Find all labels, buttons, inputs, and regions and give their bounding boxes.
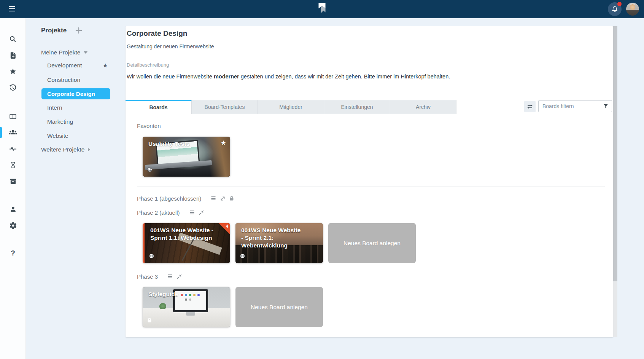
team-icon[interactable] <box>0 125 26 140</box>
profile-person-icon[interactable] <box>0 201 26 217</box>
icon-rail: ? <box>0 18 26 359</box>
projects-title: Projekte <box>41 27 67 34</box>
new-board-button[interactable]: Neues Board anlegen <box>235 287 323 327</box>
scrollbar-thumb[interactable] <box>613 26 617 281</box>
board-thumbnail-detail <box>159 303 166 309</box>
board-card-styleguide[interactable]: Styleguide <box>143 287 230 327</box>
hamburger-icon[interactable] <box>8 5 18 13</box>
bell-icon[interactable] <box>608 2 622 16</box>
section-header-phase-3: Phase 3 <box>137 271 182 282</box>
collapse-section-icon[interactable] <box>199 210 204 215</box>
board-favorite-star-icon[interactable]: ★ <box>221 139 226 147</box>
section-header-phase-2: Phase 2 (aktuell) <box>137 207 204 218</box>
sidebar-item-website[interactable]: Website <box>47 130 68 142</box>
sidebar-item-construction[interactable]: Construction <box>47 74 80 86</box>
history-icon[interactable] <box>0 80 26 96</box>
add-document-icon[interactable] <box>0 48 26 63</box>
hourglass-icon[interactable] <box>0 157 26 172</box>
board-thumbnail-detail <box>181 294 183 296</box>
badge-corner <box>219 223 230 235</box>
app-logo <box>317 3 327 16</box>
sidebar-item-development[interactable]: Development ★ <box>47 60 82 71</box>
tab-bar: Boards Board-Templates Mitglieder Einste… <box>126 100 456 114</box>
globe-icon <box>147 167 153 174</box>
section-menu-icon[interactable] <box>210 195 216 201</box>
project-panel: Corporate Design Gestaltung der neuen Fi… <box>126 26 613 337</box>
section-title-phase-2: Phase 2 (aktuell) <box>137 209 180 216</box>
globe-icon <box>240 253 245 260</box>
tab-board-templates[interactable]: Board-Templates <box>192 100 258 114</box>
sidebar-item-intern[interactable]: Intern <box>47 102 62 113</box>
tab-einstellungen[interactable]: Einstellungen <box>324 100 390 114</box>
project-description: Wir wollen die neue Firmenwebsite modern… <box>127 73 450 80</box>
sidebar-group-meine-projekte[interactable]: Meine Projekte <box>41 47 87 58</box>
page-title: Corporate Design <box>127 29 187 38</box>
activity-pulse-icon[interactable] <box>0 141 26 156</box>
board-card-sprint-2-1[interactable]: 001WS Neue Website - Sprint 2.1: Webentw… <box>235 223 323 263</box>
globe-icon <box>149 253 154 260</box>
projects-header: Projekte <box>41 27 83 34</box>
tab-mitglieder[interactable]: Mitglieder <box>258 100 324 114</box>
tab-archiv[interactable]: Archiv <box>390 100 456 114</box>
section-menu-icon[interactable] <box>167 273 173 279</box>
notification-dot <box>617 2 622 6</box>
chevron-right-icon <box>88 148 90 152</box>
scrollbar <box>613 26 617 337</box>
private-lock-icon <box>147 318 152 324</box>
sidebar-item-corporate-design[interactable]: Corporate Design <box>41 88 110 99</box>
filter-funnel-icon[interactable] <box>603 103 609 111</box>
page-subtitle: Gestaltung der neuen Firmenwebsite <box>127 43 214 49</box>
new-board-button[interactable]: Neues Board anlegen <box>328 223 416 263</box>
topbar-actions <box>608 2 639 16</box>
section-header-phase-1: Phase 1 (abgeschlossen) <box>137 193 234 204</box>
topbar <box>0 0 644 18</box>
divider <box>126 87 609 87</box>
tab-bar-underline <box>456 114 613 114</box>
boards-columns-icon[interactable] <box>0 109 26 124</box>
board-card-sprint-1-1[interactable]: 001WS Neue Website - Sprint 1.1: Webdesi… <box>143 223 230 263</box>
archive-icon[interactable] <box>0 174 26 189</box>
user-avatar[interactable] <box>626 3 639 16</box>
section-title-phase-1: Phase 1 (abgeschlossen) <box>137 195 201 202</box>
section-title-phase-3: Phase 3 <box>137 273 158 280</box>
sidebar-item-marketing[interactable]: Marketing <box>47 116 73 128</box>
sort-adjust-icon[interactable] <box>524 101 536 112</box>
search-icon[interactable] <box>0 32 26 47</box>
sidebar-group-weitere-projekte[interactable]: Weitere Projekte <box>41 144 90 155</box>
starred-icon: ★ <box>103 62 108 69</box>
help-icon[interactable]: ? <box>0 246 26 261</box>
lock-icon[interactable] <box>229 196 234 201</box>
board-filter <box>538 100 612 112</box>
chevron-down-icon <box>84 51 87 54</box>
settings-gear-icon[interactable] <box>0 218 26 233</box>
add-project-icon[interactable] <box>75 27 83 34</box>
board-card-usability-tests[interactable]: Usability Tests ★ <box>143 137 230 177</box>
section-menu-icon[interactable] <box>189 209 195 215</box>
detail-description-label: Detailbeschreibung <box>127 62 169 68</box>
favorites-star-icon[interactable] <box>0 64 26 79</box>
expand-section-icon[interactable] <box>220 196 226 201</box>
divider <box>137 187 605 187</box>
section-title-favoriten: Favoriten <box>137 123 161 129</box>
board-filter-input[interactable] <box>538 100 612 112</box>
collapse-section-icon[interactable] <box>177 274 182 279</box>
divider <box>126 53 609 53</box>
tab-boards[interactable]: Boards <box>126 100 192 114</box>
badge-count: 4 <box>226 224 228 228</box>
app-window: ? Projekte Meine Projekte Development ★ … <box>0 0 644 359</box>
